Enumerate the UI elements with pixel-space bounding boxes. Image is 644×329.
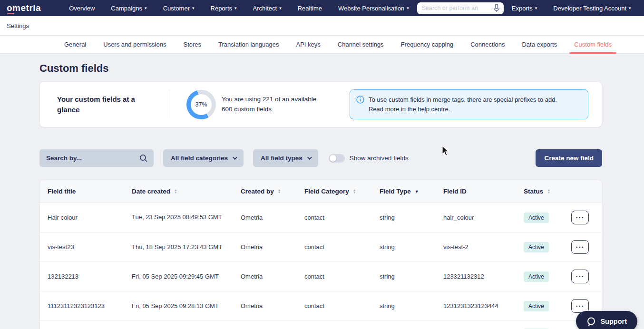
col-field-type[interactable]: Field Type▼	[372, 180, 436, 203]
table-row: 11123112323123123 Fri, 05 Sep 2025 09:28…	[40, 291, 602, 321]
account-menu[interactable]: Developer Testing Account▾	[553, 5, 631, 12]
custom-fields-table: Field title Date created▲▼ Created by▲▼ …	[40, 180, 602, 329]
status-badge: Active	[524, 242, 549, 252]
nav-item-architect[interactable]: Architect▾	[253, 5, 282, 12]
tab-translation-languages[interactable]: Translation languages	[210, 36, 287, 53]
field-search[interactable]	[39, 149, 154, 167]
help-centre-link[interactable]: help centre.	[418, 106, 450, 113]
filter-toolbar: All field categories All field types Sho…	[39, 149, 602, 167]
nav-item-campaigns[interactable]: Campaigns▾	[111, 5, 146, 12]
show-archived-toggle[interactable]	[329, 154, 345, 163]
tab-users-and-permissions[interactable]: Users and permissions	[95, 36, 175, 53]
sort-icon: ▲▼	[547, 189, 550, 194]
nav-item-realtime[interactable]: Realtime	[298, 5, 322, 12]
nav-item-website-personalisation[interactable]: Website Personalisation▾	[338, 5, 409, 12]
caret-down-icon: ▾	[629, 6, 631, 10]
tab-custom-fields[interactable]: Custom fields	[566, 36, 620, 53]
page-title: Custom fields	[39, 62, 602, 75]
tab-frequency-capping[interactable]: Frequency capping	[392, 36, 462, 53]
status-badge: Active	[524, 271, 549, 282]
toggle-knob	[330, 155, 336, 162]
col-field-title: Field title	[40, 180, 124, 203]
table-row: Hair colour Tue, 23 Sep 2025 08:49:53 GM…	[40, 203, 602, 232]
caret-down-icon: ▾	[535, 6, 537, 10]
logo-text: ometria	[7, 3, 41, 13]
top-navbar: ometria Overview Campaigns▾ Customer▾ Re…	[0, 0, 644, 16]
logo-underline-accent	[7, 13, 14, 14]
sort-icon: ▲▼	[174, 189, 177, 194]
tab-channel-settings[interactable]: Channel settings	[329, 36, 392, 53]
nav-item-reports[interactable]: Reports▾	[211, 5, 237, 12]
breadcrumb-bar: Settings	[0, 16, 644, 36]
tab-stores[interactable]: Stores	[175, 36, 210, 53]
col-created-by[interactable]: Created by▲▼	[233, 180, 297, 203]
tab-data-exports[interactable]: Data exports	[513, 36, 566, 53]
field-categories-dropdown[interactable]: All field categories	[163, 149, 244, 167]
row-actions-button[interactable]: ···	[571, 240, 589, 254]
global-search-input[interactable]	[422, 5, 493, 11]
row-actions-button[interactable]: ···	[571, 211, 589, 224]
table-header: Field title Date created▲▼ Created by▲▼ …	[40, 180, 602, 203]
custom-fields-table-card: Field title Date created▲▼ Created by▲▼ …	[39, 180, 602, 329]
caret-down-icon: ▾	[234, 6, 237, 10]
caret-down-icon: ▾	[407, 6, 409, 10]
field-types-dropdown[interactable]: All field types	[253, 149, 318, 167]
custom-fields-summary-card: Your custom fields at a glance 37% You a…	[39, 81, 602, 127]
caret-down-icon: ▾	[192, 6, 195, 10]
show-archived-label: Show archived fields	[350, 155, 409, 162]
col-status[interactable]: Status▲▼	[516, 180, 564, 203]
microphone-icon[interactable]	[493, 4, 500, 12]
caret-down-icon: ▾	[145, 6, 147, 10]
info-icon	[356, 96, 364, 104]
summary-heading: Your custom fields at a glance	[57, 94, 150, 115]
create-new-field-button[interactable]: Create new field	[536, 149, 602, 167]
navbar-right: Exports▾ Developer Testing Account▾	[504, 5, 639, 12]
search-icon	[139, 154, 148, 163]
nav-item-overview[interactable]: Overview	[69, 5, 95, 12]
ometria-logo[interactable]: ometria	[7, 3, 41, 13]
status-badge: Active	[524, 213, 549, 223]
nav-item-customer[interactable]: Customer▾	[163, 5, 195, 12]
usage-donut-chart: 37%	[186, 90, 216, 119]
sort-icon: ▲▼	[353, 189, 356, 194]
support-button[interactable]: Support	[576, 311, 637, 329]
info-text: To use custom fields in merge tags, ther…	[369, 95, 557, 114]
table-row: vis-test23 Thu, 18 Sep 2025 17:23:43 GMT…	[40, 232, 602, 262]
usage-text: You are using 221 of an available 600 cu…	[222, 95, 324, 114]
sort-desc-icon: ▼	[415, 189, 419, 194]
global-search[interactable]	[417, 2, 504, 14]
main-content: Custom fields Your custom fields at a gl…	[0, 54, 644, 329]
col-actions	[564, 180, 602, 203]
col-field-category[interactable]: Field Category▲▼	[297, 180, 372, 203]
chevron-down-icon	[307, 155, 312, 160]
status-badge: Active	[524, 301, 549, 311]
row-actions-button[interactable]: ···	[571, 270, 589, 283]
table-row: 123124142 Fri, 05 Sep 2025 08:15:40 GMT …	[40, 321, 602, 329]
donut-percent-label: 37%	[195, 101, 207, 108]
tab-api-keys[interactable]: API keys	[287, 36, 329, 53]
col-field-id: Field ID	[436, 180, 516, 203]
vertical-divider	[169, 90, 169, 118]
sort-icon: ▲▼	[278, 189, 281, 194]
col-date-created[interactable]: Date created▲▼	[124, 180, 233, 203]
table-row: 132132213 Fri, 05 Sep 2025 09:29:45 GMT …	[40, 262, 602, 291]
chat-bubble-icon	[586, 317, 596, 326]
nav-item-exports[interactable]: Exports▾	[512, 5, 537, 12]
tab-connections[interactable]: Connections	[462, 36, 513, 53]
tab-general[interactable]: General	[56, 36, 95, 53]
field-search-input[interactable]	[46, 155, 139, 162]
merge-tags-info-box: To use custom fields in merge tags, ther…	[350, 89, 588, 119]
settings-tabs: General Users and permissions Stores Tra…	[0, 36, 644, 54]
show-archived-toggle-group: Show archived fields	[329, 154, 409, 163]
chevron-down-icon	[233, 155, 237, 160]
caret-down-icon: ▾	[279, 6, 282, 10]
breadcrumb[interactable]: Settings	[7, 22, 29, 29]
